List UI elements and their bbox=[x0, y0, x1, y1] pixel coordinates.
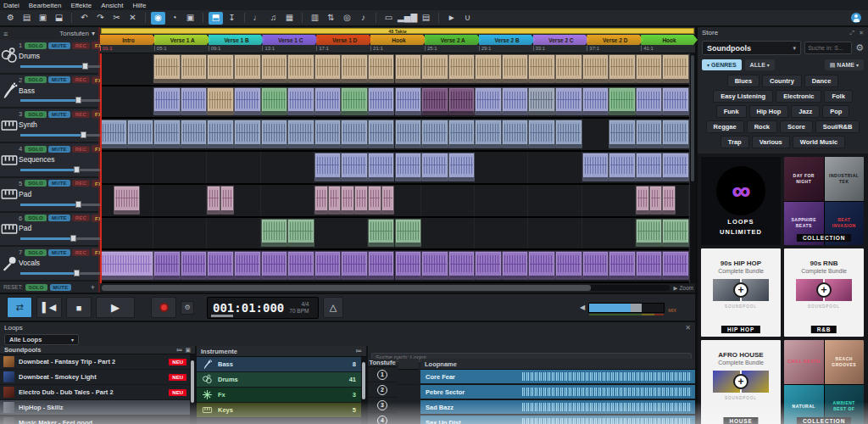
audio-clip[interactable] bbox=[261, 251, 288, 280]
menu-item-ansicht[interactable]: Ansicht bbox=[101, 2, 123, 9]
account-icon[interactable] bbox=[851, 13, 861, 23]
audio-clip[interactable] bbox=[341, 153, 368, 181]
tonstufen-dropdown[interactable]: Tonstufen ▾ bbox=[59, 30, 95, 37]
audio-clip[interactable] bbox=[421, 87, 448, 116]
audio-clip[interactable] bbox=[100, 120, 127, 148]
audio-clip[interactable] bbox=[287, 219, 314, 248]
audio-clip[interactable] bbox=[314, 251, 342, 280]
audio-clip[interactable] bbox=[636, 251, 663, 280]
stop-button[interactable]: ■ bbox=[66, 297, 92, 318]
audio-clip[interactable] bbox=[181, 251, 208, 280]
audio-clip[interactable] bbox=[448, 87, 476, 116]
section-marker[interactable]: Verse 1 B bbox=[209, 35, 265, 45]
audio-clip[interactable] bbox=[582, 251, 609, 280]
audio-clip[interactable] bbox=[475, 251, 502, 280]
cursor-tool-icon[interactable]: ► bbox=[444, 12, 459, 25]
notes-icon[interactable]: ♫ bbox=[266, 12, 281, 25]
audio-clip[interactable] bbox=[341, 120, 368, 148]
delete-icon[interactable]: ✕ bbox=[125, 12, 140, 25]
menu-item-datei[interactable]: Datei bbox=[3, 2, 19, 9]
audio-clip[interactable] bbox=[153, 120, 181, 148]
loop-row[interactable]: Sad Bazz bbox=[420, 400, 695, 416]
skip-start-button[interactable]: ▌◀ bbox=[36, 297, 62, 318]
store-search-input[interactable] bbox=[804, 42, 852, 54]
audio-clip[interactable] bbox=[261, 87, 288, 116]
audio-clip[interactable] bbox=[662, 54, 689, 83]
audio-clip[interactable] bbox=[649, 186, 663, 215]
solo-button[interactable]: SOLO bbox=[25, 180, 47, 187]
genre-funk[interactable]: Funk bbox=[716, 105, 747, 118]
audio-clip[interactable] bbox=[528, 87, 555, 116]
range-bar[interactable]: 48 Takte bbox=[101, 28, 694, 34]
rec-button[interactable]: REC bbox=[72, 249, 90, 256]
loop-row[interactable]: Sax Up Dist bbox=[420, 416, 695, 424]
menu-item-hilfe[interactable]: Hilfe bbox=[132, 2, 146, 9]
audio-clip[interactable] bbox=[582, 87, 609, 116]
volume-thumb[interactable] bbox=[81, 131, 86, 138]
settings-icon[interactable]: ⚙ bbox=[3, 12, 18, 25]
filter-list-icon[interactable]: ≔ bbox=[176, 347, 182, 354]
playhead[interactable] bbox=[100, 53, 102, 283]
zoom-control[interactable]: ▶ Zoom bbox=[673, 285, 693, 292]
audio-clip[interactable] bbox=[662, 186, 676, 215]
audio-clip[interactable] bbox=[328, 186, 342, 215]
play-button[interactable]: ▶ bbox=[96, 297, 135, 318]
volume-thumb[interactable] bbox=[631, 304, 642, 312]
soundpool-item[interactable]: Downbeat - Smokey LightNEU bbox=[0, 370, 190, 385]
instrument-row-drums[interactable]: Drums41 bbox=[197, 372, 361, 388]
audio-clip[interactable] bbox=[421, 54, 448, 83]
rec-button[interactable]: REC bbox=[72, 76, 90, 83]
audio-clip[interactable] bbox=[555, 87, 582, 116]
audio-clip[interactable] bbox=[287, 251, 314, 280]
section-marker[interactable]: Verse 1 D bbox=[316, 35, 373, 45]
volume-slider[interactable] bbox=[588, 303, 665, 313]
genre-score[interactable]: Score bbox=[780, 120, 813, 133]
mute-button[interactable]: MUTE bbox=[48, 146, 70, 153]
store-tile-bundle[interactable]: 90s HIP HOPComplete Bundle+SOUNDPOOLHIP … bbox=[701, 248, 781, 337]
arrangement-horizontal-scrollbar[interactable] bbox=[102, 285, 670, 291]
audio-clip[interactable] bbox=[234, 120, 261, 148]
audio-clip[interactable] bbox=[368, 54, 395, 83]
audio-clip[interactable] bbox=[368, 87, 395, 116]
sort-name-dropdown[interactable]: ▤ NAME ▾ bbox=[825, 59, 864, 70]
audio-clip[interactable] bbox=[207, 120, 234, 148]
audio-clip[interactable] bbox=[368, 219, 395, 248]
audio-clip[interactable] bbox=[341, 251, 368, 280]
audio-clip[interactable] bbox=[153, 54, 181, 83]
audio-clip[interactable] bbox=[341, 54, 368, 83]
audio-clip[interactable] bbox=[555, 54, 582, 83]
list-editor-icon[interactable]: ▤ bbox=[419, 12, 433, 25]
mute-button[interactable]: MUTE bbox=[48, 249, 70, 256]
audio-clip[interactable] bbox=[354, 186, 368, 215]
store-icon[interactable]: ⬒ bbox=[209, 12, 223, 25]
gear-icon[interactable]: ⚙ bbox=[855, 42, 864, 53]
genre-hip-hop[interactable]: Hip Hop bbox=[749, 105, 789, 118]
audio-clip[interactable] bbox=[314, 54, 342, 83]
genre-rock[interactable]: Rock bbox=[747, 120, 777, 133]
audio-clip[interactable] bbox=[341, 186, 354, 215]
section-marker[interactable]: Intro bbox=[100, 35, 157, 45]
audio-clip[interactable] bbox=[421, 120, 448, 148]
audio-clip[interactable] bbox=[528, 54, 555, 83]
genre-dance[interactable]: Dance bbox=[804, 75, 839, 87]
undo-icon[interactable]: ↶ bbox=[77, 12, 92, 25]
loop-button[interactable]: ⇄ bbox=[7, 297, 32, 318]
rec-button[interactable]: REC bbox=[72, 215, 90, 221]
audio-clip[interactable] bbox=[181, 54, 208, 83]
audio-clip[interactable] bbox=[609, 87, 636, 116]
volume-thumb[interactable] bbox=[74, 166, 80, 173]
genre-jazz[interactable]: Jazz bbox=[791, 105, 820, 118]
record-options-button[interactable]: ⚙ bbox=[181, 301, 194, 315]
mute-button[interactable]: MUTE bbox=[48, 111, 70, 118]
volume-thumb[interactable] bbox=[70, 235, 76, 242]
arrangement-vertical-scrollbar[interactable] bbox=[689, 53, 695, 283]
audio-clip[interactable] bbox=[582, 54, 609, 83]
genre-soul-r-b[interactable]: Soul/R&B bbox=[815, 120, 860, 133]
instrument-row-bass[interactable]: Bass8 bbox=[197, 357, 361, 372]
genre-various[interactable]: Various bbox=[752, 136, 790, 148]
audio-clip[interactable] bbox=[502, 87, 529, 116]
audio-clip[interactable] bbox=[502, 251, 529, 280]
close-icon[interactable]: ✕ bbox=[859, 30, 864, 36]
audio-clip[interactable] bbox=[261, 219, 288, 248]
solo-button[interactable]: SOLO bbox=[25, 249, 47, 256]
